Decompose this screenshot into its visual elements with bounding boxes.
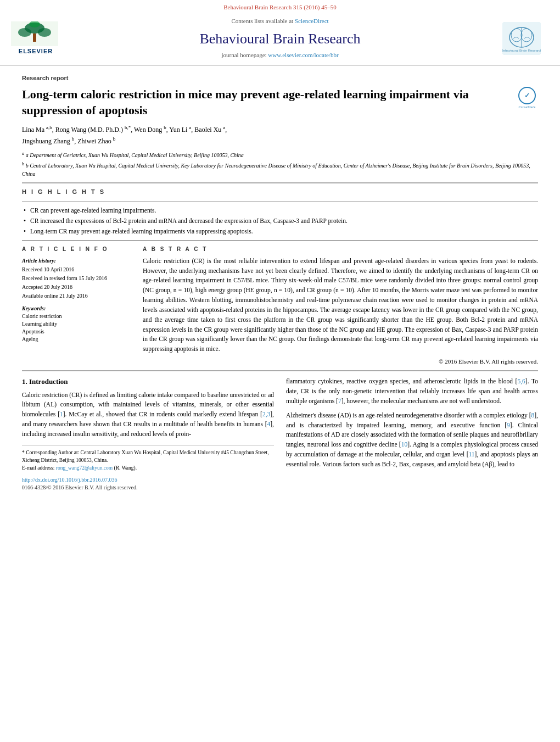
highlight-3: Long-term CR may prevent age-related lea… bbox=[22, 227, 538, 236]
keywords-label: Keywords: bbox=[22, 305, 132, 313]
intro-para-2: flammatory cytokines, reactive oxygen sp… bbox=[286, 377, 538, 406]
accepted-date: Accepted 20 July 2016 bbox=[22, 283, 132, 292]
crossmark-text: CrossMark bbox=[518, 105, 535, 110]
email-line: E-mail address: rong_wang72@aliyun.com (… bbox=[22, 464, 274, 472]
introduction-header: 1. Introduction bbox=[22, 377, 274, 387]
article-info-header: A R T I C L E I N F O bbox=[22, 246, 132, 253]
body-right-col: flammatory cytokines, reactive oxygen sp… bbox=[286, 377, 538, 492]
available-date: Available online 21 July 2016 bbox=[22, 292, 132, 300]
ref-8[interactable]: 8 bbox=[531, 412, 535, 419]
revised-date: Received in revised form 15 July 2016 bbox=[22, 274, 132, 283]
copyright-notice: © 2016 Elsevier B.V. All rights reserved… bbox=[143, 358, 538, 366]
divider-3 bbox=[22, 240, 538, 241]
crossmark-icon: ✓ bbox=[518, 87, 536, 104]
divider-4 bbox=[22, 370, 538, 371]
keyword-4: Ageing bbox=[22, 336, 132, 343]
received-date: Received 10 April 2016 bbox=[22, 265, 132, 274]
affiliation-a: a a Department of Geriatrics, Xuan Wu Ho… bbox=[22, 150, 538, 159]
page: Behavioural Brain Research 315 (2016) 45… bbox=[0, 0, 560, 742]
affiliation-b: b b Central Laboratory, Xuan Wu Hospital… bbox=[22, 161, 538, 178]
body-left-col: 1. Introduction Caloric restriction (CR)… bbox=[22, 377, 274, 492]
email-link[interactable]: rong_wang72@aliyun.com bbox=[56, 465, 113, 471]
history-label: Article history: bbox=[22, 256, 132, 265]
info-abstract-section: A R T I C L E I N F O Article history: R… bbox=[22, 246, 538, 366]
abstract-header: A B S T R A C T bbox=[143, 246, 538, 253]
elsevier-text: ELSEVIER bbox=[11, 47, 60, 55]
authors-line: Lina Ma a,b, Rong Wang (M.D. Ph.D.) b,*,… bbox=[22, 124, 538, 147]
homepage-link[interactable]: www.elsevier.com/locate/bbr bbox=[268, 52, 338, 58]
brain-logo-image: Behavioural Brain Research bbox=[502, 22, 541, 55]
svg-point-2 bbox=[18, 28, 31, 37]
issn-line: 0166-4328/© 2016 Elsevier B.V. All right… bbox=[22, 484, 274, 492]
abstract-text: Caloric restriction (CR) is the most rel… bbox=[143, 256, 538, 354]
journal-bar: Behavioural Brain Research 315 (2016) 45… bbox=[0, 0, 560, 13]
ref-7[interactable]: 7 bbox=[338, 398, 341, 404]
sciencedirect-anchor[interactable]: ScienceDirect bbox=[295, 18, 329, 24]
intro-para-1: Caloric restriction (CR) is defined as l… bbox=[22, 390, 274, 439]
keyword-1: Caloric restriction bbox=[22, 313, 132, 320]
header-center: Contents lists available at ScienceDirec… bbox=[60, 17, 500, 59]
main-content: Research report Long-term caloric restri… bbox=[0, 66, 560, 498]
svg-point-3 bbox=[38, 28, 51, 37]
crossmark-badge: ✓ CrossMark bbox=[516, 87, 538, 110]
ref-11[interactable]: 11 bbox=[468, 451, 474, 458]
abstract-col: A B S T R A C T Caloric restriction (CR)… bbox=[143, 246, 538, 366]
section-type-label: Research report bbox=[22, 71, 538, 82]
journal-title: Behavioural Brain Research bbox=[71, 29, 489, 49]
header-right-logo: Behavioural Brain Research bbox=[500, 22, 544, 55]
doi-anchor[interactable]: http://dx.doi.org/10.1016/j.bbr.2016.07.… bbox=[22, 477, 117, 483]
homepage-label: journal homepage: bbox=[221, 52, 266, 58]
divider-1 bbox=[22, 182, 538, 183]
ref-1[interactable]: 1 bbox=[60, 411, 63, 417]
ref-2[interactable]: 2,3 bbox=[262, 411, 270, 417]
sciencedirect-link: Contents lists available at ScienceDirec… bbox=[71, 17, 489, 25]
ref-4[interactable]: 4 bbox=[267, 421, 271, 427]
article-title-row: Long-term caloric restriction in mice ma… bbox=[22, 87, 538, 118]
article-info-col: A R T I C L E I N F O Article history: R… bbox=[22, 246, 132, 366]
svg-text:Behavioural Brain Research: Behavioural Brain Research bbox=[502, 49, 541, 52]
keyword-3: Apoptosis bbox=[22, 328, 132, 336]
ref-5[interactable]: 5,6 bbox=[517, 378, 525, 384]
body-section: 1. Introduction Caloric restriction (CR)… bbox=[22, 377, 538, 492]
intro-para-3: Alzheimer's disease (AD) is an age-relat… bbox=[286, 411, 538, 470]
journal-homepage: journal homepage: www.elsevier.com/locat… bbox=[71, 51, 489, 59]
journal-reference: Behavioural Brain Research 315 (2016) 45… bbox=[223, 4, 337, 10]
corresponding-note: * Corresponding Author at: Central Labor… bbox=[22, 449, 274, 465]
divider-2 bbox=[22, 201, 538, 202]
keyword-2: Learning ability bbox=[22, 320, 132, 328]
body-two-col: 1. Introduction Caloric restriction (CR)… bbox=[22, 377, 538, 492]
contents-text: Contents lists available at bbox=[231, 18, 293, 24]
elsevier-logo: ELSEVIER bbox=[11, 21, 60, 55]
email-suffix: (R. Wang). bbox=[114, 465, 137, 471]
footer-note: * Corresponding Author at: Central Labor… bbox=[22, 445, 274, 472]
ref-10[interactable]: 10 bbox=[401, 441, 408, 448]
keywords-section: Keywords: Caloric restriction Learning a… bbox=[22, 305, 132, 343]
svg-rect-4 bbox=[33, 34, 36, 42]
highlights-header: H I G H L I G H T S bbox=[22, 188, 538, 196]
email-label: E-mail address: bbox=[22, 465, 54, 471]
article-title: Long-term caloric restriction in mice ma… bbox=[22, 87, 511, 118]
article-history: Article history: Received 10 April 2016 … bbox=[22, 256, 132, 300]
ref-9[interactable]: 9 bbox=[507, 422, 510, 428]
highlight-1: CR can prevent age-related learning impa… bbox=[22, 206, 538, 215]
elsevier-logo-image bbox=[11, 21, 58, 46]
doi-link: http://dx.doi.org/10.1016/j.bbr.2016.07.… bbox=[22, 476, 274, 484]
highlight-2: CR increased the expressions of Bcl-2 pr… bbox=[22, 216, 538, 225]
header-section: ELSEVIER Contents lists available at Sci… bbox=[0, 13, 560, 65]
